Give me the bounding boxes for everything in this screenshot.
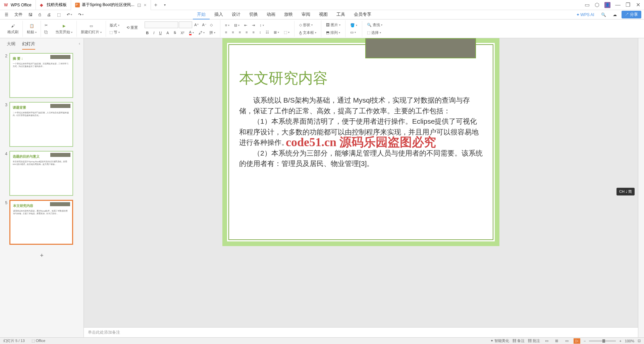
tab-close-icon[interactable]: ⊡ [137, 2, 141, 8]
menu-tab-transition[interactable]: 切换 [245, 10, 262, 19]
align-left-icon[interactable]: ≡ [224, 30, 228, 35]
window-icon[interactable]: ▭ [584, 2, 590, 8]
thumbnails-list[interactable]: 2 摘 要： 一个世纪以来科学技术飞速发展...互联网技术改变...工作和学习方… [0, 50, 84, 337]
font-select[interactable] [145, 21, 178, 28]
auto-beautify-button[interactable]: ✦ 智能美化 [490, 338, 509, 343]
undo-icon[interactable]: ↶ ▾ [65, 12, 74, 18]
fit-window-icon[interactable]: ⊡ [638, 339, 641, 343]
paste-button[interactable]: 📋 粘贴 ▾ [25, 22, 38, 35]
search-icon[interactable]: 🔍 [599, 12, 608, 18]
view-reading-icon[interactable]: ▭ [564, 338, 570, 344]
collapse-icon[interactable]: ‹ [79, 41, 80, 46]
line-spacing-icon[interactable]: ↕ ▾ [258, 22, 265, 28]
menu-tab-member[interactable]: 会员专享 [350, 10, 375, 19]
menu-tab-tools[interactable]: 工具 [332, 10, 349, 19]
tab-menu-button[interactable]: ▾ [161, 3, 169, 7]
cut-icon[interactable]: ✂ [43, 22, 49, 28]
new-slide-button[interactable]: ▭ 新建幻灯片 ▾ [79, 22, 103, 35]
align-center-icon[interactable]: ≡ [230, 30, 235, 35]
view-slideshow-icon[interactable]: ▷ [574, 338, 580, 344]
italic-icon[interactable]: I [152, 30, 156, 36]
pinyin-icon[interactable]: 拼 ▾ [208, 30, 217, 36]
zoom-out-icon[interactable]: − [584, 339, 586, 343]
maximize-icon[interactable]: ❐ [625, 2, 631, 8]
align-right-icon[interactable]: ≡ [237, 30, 242, 35]
cube-icon[interactable]: ⬡ [594, 2, 600, 8]
menu-tab-start[interactable]: 开始 [193, 10, 210, 19]
font-color-icon[interactable]: A ▾ [188, 30, 195, 36]
tab-add-button[interactable]: + [151, 2, 161, 8]
notes-area[interactable]: 单击此处添加备注 [84, 327, 638, 337]
outline-button[interactable]: ▭ ▾ [349, 30, 359, 35]
select-button[interactable]: ⬚ 选择 ▾ [366, 30, 384, 36]
superscript-icon[interactable]: X² [179, 30, 186, 36]
zoom-value[interactable]: 100% [625, 339, 634, 343]
bullet-list-icon[interactable]: ≡ ▾ [224, 22, 231, 28]
canvas-scroll[interactable]: 本文研究内容 该系统以 B/S架构为基础，通过 Mysql技术，实现了对数据的查… [84, 38, 638, 327]
smartart-icon[interactable]: ⬚ ▾ [282, 30, 291, 35]
zoom-in-icon[interactable]: + [619, 339, 621, 343]
numbered-list-icon[interactable]: ⊟ ▾ [233, 22, 241, 28]
menu-tab-view[interactable]: 视图 [315, 10, 332, 19]
bold-icon[interactable]: B [145, 30, 150, 36]
columns-icon[interactable]: ☷ [264, 30, 270, 35]
align-distribute-icon[interactable]: ≡ [251, 30, 256, 35]
zoom-slider[interactable] [589, 340, 616, 342]
ime-indicator[interactable]: CH ♩ 简 [616, 188, 635, 195]
font-size-select[interactable] [179, 21, 192, 28]
tab-daoke[interactable]: ◆ 找稻壳模板 [36, 0, 71, 10]
decrease-font-icon[interactable]: A⁻ [201, 21, 208, 28]
print-preview-icon[interactable]: 🖨 [45, 12, 53, 18]
clear-format-icon[interactable]: ◇ [209, 21, 214, 28]
copy-icon[interactable]: ⿻ [43, 30, 49, 35]
share-button[interactable]: ↗ 分享 [622, 11, 641, 18]
menu-tab-insert[interactable]: 插入 [210, 10, 227, 19]
shape-button[interactable]: ◇ 形状 ▾ [298, 22, 318, 28]
tab-outline[interactable]: 大纲 [7, 41, 15, 50]
redo-icon[interactable]: ↷ ▾ [76, 12, 86, 18]
text-direction-icon[interactable]: ↕ [258, 30, 263, 35]
slide-thumbnail[interactable]: 摘 要： 一个世纪以来科学技术飞速发展...互联网技术改变...工作和学习方式.… [9, 53, 73, 98]
start-page-button[interactable]: ▶ 当页开始 ▾ [54, 22, 74, 35]
shadow-icon[interactable]: A [165, 30, 170, 36]
slide-thumbnail[interactable]: 本文研究内容 该系统以B/S架构为基础，通过Mysql技术，实现了对数据的查询与… [9, 200, 73, 245]
print-icon[interactable]: ⎙ [37, 12, 43, 18]
view-sorter-icon[interactable]: ⊞ [553, 338, 560, 344]
section-button[interactable]: ⬚ 节 ▾ [108, 29, 121, 36]
slide-thumbnail[interactable]: 选题的目的与意义 本文研究的是基于Spring Boot框架开发的社区便民系统.… [9, 151, 73, 196]
highlight-icon[interactable]: 🖍 ▾ [197, 30, 206, 36]
menu-tab-animation[interactable]: 动画 [263, 10, 279, 19]
tab-close-icon[interactable]: × [144, 2, 147, 8]
decrease-indent-icon[interactable]: ⇤ [243, 22, 249, 28]
comments-toggle[interactable]: ☷ 批注 [528, 338, 540, 343]
textbox-button[interactable]: A̲ 文本框 ▾ [298, 30, 318, 36]
close-icon[interactable]: ✕ [635, 2, 641, 8]
reset-button[interactable]: ⟲ 重置 [125, 24, 139, 31]
find-button[interactable]: 🔍 查找 ▾ [366, 22, 384, 28]
strikethrough-icon[interactable]: S̶ [172, 30, 177, 36]
slide-title[interactable]: 本文研究内容 [239, 68, 483, 88]
slide-body[interactable]: 该系统以 B/S架构为基础，通过 Mysql技术，实现了对数据的查询与存储，保证… [239, 95, 483, 169]
minimize-icon[interactable]: — [615, 2, 621, 8]
tab-slides[interactable]: 幻灯片 [22, 41, 35, 50]
save-icon[interactable]: 🖫 [26, 12, 35, 18]
tab-wps-office[interactable]: W WPS Office [0, 0, 36, 10]
fill-button[interactable]: 🪣 ▾ [349, 22, 359, 28]
hamburger-icon[interactable]: ☰ [3, 12, 10, 18]
increase-indent-icon[interactable]: ⇥ [251, 22, 256, 28]
tab-document[interactable]: P 基于Spring Boot的社区便民... ⊡ × [71, 0, 151, 10]
export-icon[interactable]: ⬚ [55, 12, 63, 18]
view-normal-icon[interactable]: ▭ [543, 338, 550, 344]
align-justify-icon[interactable]: ≡ [244, 30, 249, 35]
notes-toggle[interactable]: ☷ 备注 [513, 338, 525, 343]
image-button[interactable]: 🖼 图片 ▾ [325, 22, 342, 28]
menu-tab-review[interactable]: 审阅 [298, 10, 314, 19]
increase-font-icon[interactable]: A⁺ [193, 21, 200, 28]
menu-tab-design[interactable]: 设计 [228, 10, 245, 19]
format-painter-button[interactable]: 🖌 格式刷 [6, 22, 20, 35]
slide-thumbnail[interactable]: 课题背景 二十世纪以来随着科学技术飞速发展...人们对信息化需求越来越高...社… [9, 102, 73, 147]
layout-button[interactable]: 版式 ▾ [108, 22, 121, 28]
menu-tab-play[interactable]: 放映 [280, 10, 297, 19]
slide[interactable]: 本文研究内容 该系统以 B/S架构为基础，通过 Mysql技术，实现了对数据的查… [222, 38, 499, 246]
wps-ai-button[interactable]: ✦ WPS AI [574, 12, 596, 18]
